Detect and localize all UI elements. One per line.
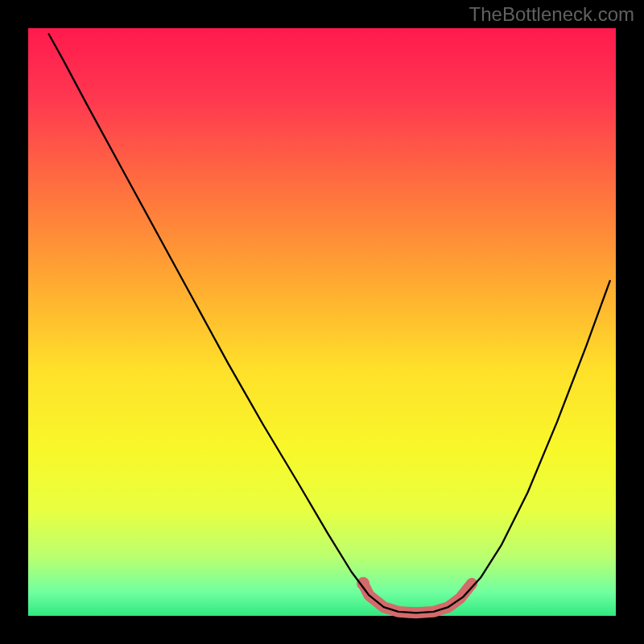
bottleneck-chart: TheBottleneck.com [0, 0, 644, 644]
chart-svg [0, 0, 644, 644]
watermark-text: TheBottleneck.com [469, 3, 634, 26]
plot-background [28, 28, 616, 616]
